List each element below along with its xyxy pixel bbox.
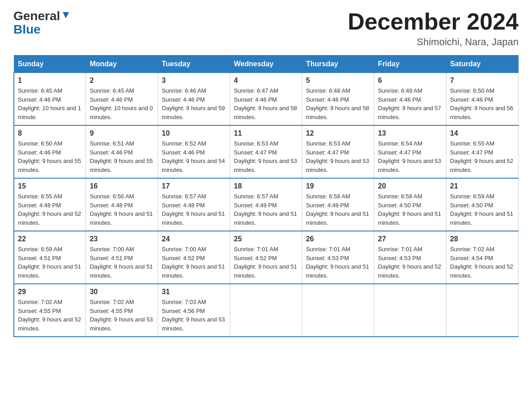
daylight-label: Daylight: 9 hours and 51 minutes. <box>18 263 81 279</box>
sunrise-label: Sunrise: 6:45 AM <box>18 87 62 94</box>
day-info: Sunrise: 7:01 AM Sunset: 4:52 PM Dayligh… <box>234 245 298 280</box>
calendar-cell: 1 Sunrise: 6:45 AM Sunset: 4:46 PM Dayli… <box>14 73 86 126</box>
day-number: 13 <box>378 129 442 137</box>
sunrise-label: Sunrise: 6:50 AM <box>450 87 494 94</box>
sunset-label: Sunset: 4:52 PM <box>162 255 205 261</box>
sunset-label: Sunset: 4:46 PM <box>18 149 61 156</box>
day-number: 16 <box>90 182 154 190</box>
sunrise-label: Sunrise: 6:57 AM <box>162 193 206 200</box>
day-number: 5 <box>306 77 370 85</box>
sunset-label: Sunset: 4:46 PM <box>378 96 421 103</box>
day-info: Sunrise: 6:53 AM Sunset: 4:47 PM Dayligh… <box>306 139 370 174</box>
daylight-label: Daylight: 9 hours and 53 minutes. <box>162 316 225 332</box>
sunrise-label: Sunrise: 6:49 AM <box>378 87 422 94</box>
calendar-cell <box>446 284 519 337</box>
sunrise-label: Sunrise: 6:45 AM <box>90 87 134 94</box>
sunrise-label: Sunrise: 6:58 AM <box>378 193 422 200</box>
header-tuesday: Tuesday <box>158 56 230 73</box>
day-info: Sunrise: 6:50 AM Sunset: 4:46 PM Dayligh… <box>18 139 82 174</box>
day-number: 14 <box>450 129 515 137</box>
sunset-label: Sunset: 4:48 PM <box>90 202 133 209</box>
day-info: Sunrise: 6:59 AM Sunset: 4:50 PM Dayligh… <box>450 192 515 227</box>
daylight-label: Daylight: 9 hours and 51 minutes. <box>306 210 369 226</box>
day-number: 21 <box>450 182 515 190</box>
day-info: Sunrise: 6:46 AM Sunset: 4:46 PM Dayligh… <box>162 86 226 121</box>
calendar-cell: 21 Sunrise: 6:59 AM Sunset: 4:50 PM Dayl… <box>446 178 519 231</box>
sunrise-label: Sunrise: 6:56 AM <box>90 193 134 200</box>
day-number: 12 <box>306 129 370 137</box>
title-section: December 2024 Shimoichi, Nara, Japan <box>348 9 519 48</box>
day-info: Sunrise: 6:57 AM Sunset: 4:48 PM Dayligh… <box>162 192 226 227</box>
sunset-label: Sunset: 4:49 PM <box>234 202 277 209</box>
sunset-label: Sunset: 4:50 PM <box>378 202 421 209</box>
sunset-label: Sunset: 4:46 PM <box>90 149 133 156</box>
day-number: 29 <box>18 288 82 296</box>
sunrise-label: Sunrise: 6:59 AM <box>18 246 62 253</box>
daylight-label: Daylight: 9 hours and 51 minutes. <box>234 210 297 226</box>
sunset-label: Sunset: 4:51 PM <box>18 255 61 261</box>
sunset-label: Sunset: 4:47 PM <box>450 149 493 156</box>
sunrise-label: Sunrise: 7:03 AM <box>162 299 206 305</box>
sunrise-label: Sunrise: 6:59 AM <box>450 193 494 200</box>
calendar-cell: 27 Sunrise: 7:01 AM Sunset: 4:53 PM Dayl… <box>374 231 446 284</box>
daylight-label: Daylight: 9 hours and 53 minutes. <box>378 158 441 173</box>
day-number: 15 <box>18 182 82 190</box>
sunrise-label: Sunrise: 7:02 AM <box>90 299 134 305</box>
sunrise-label: Sunrise: 7:01 AM <box>306 246 350 253</box>
day-number: 18 <box>234 182 298 190</box>
day-number: 9 <box>90 129 154 137</box>
day-info: Sunrise: 6:47 AM Sunset: 4:46 PM Dayligh… <box>234 86 298 121</box>
day-info: Sunrise: 6:45 AM Sunset: 4:46 PM Dayligh… <box>90 86 154 121</box>
sunset-label: Sunset: 4:51 PM <box>90 255 133 261</box>
day-number: 8 <box>18 129 82 137</box>
header-monday: Monday <box>86 56 158 73</box>
day-info: Sunrise: 7:01 AM Sunset: 4:53 PM Dayligh… <box>306 245 370 280</box>
calendar-cell: 13 Sunrise: 6:54 AM Sunset: 4:47 PM Dayl… <box>374 125 446 178</box>
calendar-cell: 28 Sunrise: 7:02 AM Sunset: 4:54 PM Dayl… <box>446 231 519 284</box>
sunset-label: Sunset: 4:53 PM <box>306 255 349 261</box>
header-saturday: Saturday <box>446 56 519 73</box>
sunset-label: Sunset: 4:47 PM <box>378 149 421 156</box>
sunset-label: Sunset: 4:47 PM <box>234 149 277 156</box>
day-number: 11 <box>234 129 298 137</box>
calendar-cell: 23 Sunrise: 7:00 AM Sunset: 4:51 PM Dayl… <box>86 231 158 284</box>
calendar-week-row: 15 Sunrise: 6:55 AM Sunset: 4:48 PM Dayl… <box>14 178 519 231</box>
logo-general-text: General <box>13 9 60 23</box>
day-number: 30 <box>90 288 154 296</box>
month-title: December 2024 <box>348 9 519 34</box>
calendar-cell: 7 Sunrise: 6:50 AM Sunset: 4:46 PM Dayli… <box>446 73 519 126</box>
calendar-cell: 20 Sunrise: 6:58 AM Sunset: 4:50 PM Dayl… <box>374 178 446 231</box>
day-info: Sunrise: 6:53 AM Sunset: 4:47 PM Dayligh… <box>234 139 298 174</box>
header-friday: Friday <box>374 56 446 73</box>
day-info: Sunrise: 6:54 AM Sunset: 4:47 PM Dayligh… <box>378 139 442 174</box>
day-info: Sunrise: 7:03 AM Sunset: 4:56 PM Dayligh… <box>162 298 226 333</box>
day-info: Sunrise: 6:50 AM Sunset: 4:46 PM Dayligh… <box>450 86 515 121</box>
day-number: 26 <box>306 235 370 243</box>
day-number: 7 <box>450 77 515 85</box>
sunset-label: Sunset: 4:46 PM <box>306 96 349 103</box>
calendar-week-row: 29 Sunrise: 7:02 AM Sunset: 4:55 PM Dayl… <box>14 284 519 337</box>
sunset-label: Sunset: 4:50 PM <box>450 202 493 209</box>
calendar-cell: 2 Sunrise: 6:45 AM Sunset: 4:46 PM Dayli… <box>86 73 158 126</box>
svg-marker-0 <box>63 12 69 18</box>
sunrise-label: Sunrise: 6:53 AM <box>306 140 350 147</box>
calendar-cell: 12 Sunrise: 6:53 AM Sunset: 4:47 PM Dayl… <box>302 125 374 178</box>
day-info: Sunrise: 6:55 AM Sunset: 4:47 PM Dayligh… <box>450 139 515 174</box>
day-number: 20 <box>378 182 442 190</box>
day-info: Sunrise: 7:01 AM Sunset: 4:53 PM Dayligh… <box>378 245 442 280</box>
sunrise-label: Sunrise: 6:58 AM <box>306 193 350 200</box>
sunrise-label: Sunrise: 6:46 AM <box>162 87 206 94</box>
sunset-label: Sunset: 4:55 PM <box>18 308 61 314</box>
calendar-table: SundayMondayTuesdayWednesdayThursdayFrid… <box>13 55 519 337</box>
calendar-cell: 8 Sunrise: 6:50 AM Sunset: 4:46 PM Dayli… <box>14 125 86 178</box>
daylight-label: Daylight: 9 hours and 51 minutes. <box>162 210 225 226</box>
calendar-cell: 25 Sunrise: 7:01 AM Sunset: 4:52 PM Dayl… <box>230 231 302 284</box>
calendar-cell: 6 Sunrise: 6:49 AM Sunset: 4:46 PM Dayli… <box>374 73 446 126</box>
calendar-cell: 17 Sunrise: 6:57 AM Sunset: 4:48 PM Dayl… <box>158 178 230 231</box>
daylight-label: Daylight: 9 hours and 54 minutes. <box>162 158 225 173</box>
day-info: Sunrise: 6:52 AM Sunset: 4:46 PM Dayligh… <box>162 139 226 174</box>
calendar-cell: 5 Sunrise: 6:48 AM Sunset: 4:46 PM Dayli… <box>302 73 374 126</box>
calendar-cell: 15 Sunrise: 6:55 AM Sunset: 4:48 PM Dayl… <box>14 178 86 231</box>
sunset-label: Sunset: 4:49 PM <box>306 202 349 209</box>
sunset-label: Sunset: 4:46 PM <box>90 96 133 103</box>
